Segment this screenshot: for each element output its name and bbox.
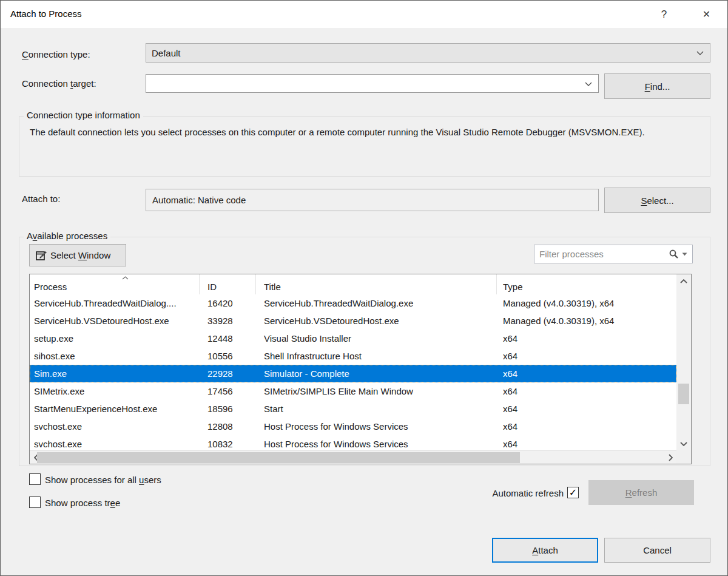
connection-type-information-group: Connection type information The default …	[19, 116, 710, 177]
process-row[interactable]: sihost.exe10556Shell Infrastructure Host…	[30, 347, 676, 365]
column-header-type[interactable]: Type	[497, 274, 676, 294]
cancel-button[interactable]: Cancel	[604, 538, 710, 563]
process-cell-title: SIMetrix/SIMPLIS Elite Main Window	[256, 382, 497, 400]
show-all-users-label: Show processes for all users	[45, 475, 161, 485]
process-cell-process: sihost.exe	[30, 347, 200, 365]
chevron-down-icon	[696, 51, 704, 55]
connection-type-value: Default	[152, 48, 181, 58]
find-button[interactable]: Find...	[604, 73, 710, 99]
connection-type-information-title: Connection type information	[24, 110, 143, 120]
attach-to-value: Automatic: Native code	[152, 195, 246, 205]
process-cell-title: ServiceHub.ThreadedWaitDialog.exe	[256, 294, 497, 312]
process-cell-title: Host Process for Windows Services	[256, 418, 497, 435]
close-button[interactable]: ✕	[693, 1, 720, 28]
attach-to-process-dialog: Attach to Process ? ✕ Connection type: D…	[0, 0, 728, 576]
automatic-refresh-label: Automatic refresh	[450, 488, 564, 498]
attach-to-label: Attach to:	[22, 194, 60, 204]
vertical-scrollbar-thumb[interactable]	[678, 384, 689, 404]
scrollbar-corner	[676, 450, 691, 464]
select-window-button[interactable]: Select Window	[29, 244, 126, 266]
show-process-tree-label: Show process tree	[45, 498, 120, 508]
column-header-id[interactable]: ID	[200, 274, 256, 294]
process-list-header: Process ID Title Type	[30, 274, 676, 294]
scroll-down-icon[interactable]	[676, 437, 691, 450]
chevron-down-icon	[585, 82, 592, 86]
horizontal-scrollbar[interactable]	[30, 450, 676, 464]
process-cell-id: 33928	[200, 312, 256, 330]
automatic-refresh-checkbox[interactable]: ✓	[567, 487, 579, 498]
scroll-right-icon[interactable]	[664, 451, 676, 464]
process-cell-type: Managed (v4.0.30319), x64	[497, 294, 676, 312]
process-cell-type: x64	[497, 365, 676, 382]
process-cell-process: svchost.exe	[30, 418, 200, 435]
process-row[interactable]: setup.exe12448Visual Studio Installerx64	[30, 330, 676, 347]
process-table-body: ServiceHub.ThreadedWaitDialog....16420Se…	[30, 294, 676, 453]
process-row[interactable]: ServiceHub.VSDetouredHost.exe33928Servic…	[30, 312, 676, 330]
process-cell-title: Start	[256, 400, 497, 418]
process-cell-title: Visual Studio Installer	[256, 330, 497, 347]
connection-target-label: Connection target:	[22, 78, 96, 89]
attach-button[interactable]: Attach	[492, 538, 598, 563]
process-cell-id: 12448	[200, 330, 256, 347]
show-process-tree-checkbox[interactable]	[29, 496, 41, 508]
column-header-process[interactable]: Process	[30, 274, 200, 294]
process-cell-process: StartMenuExperienceHost.exe	[30, 400, 200, 418]
process-row[interactable]: StartMenuExperienceHost.exe18596Startx64	[30, 400, 676, 418]
attach-to-field[interactable]: Automatic: Native code	[146, 189, 599, 211]
show-all-users-checkbox[interactable]	[29, 473, 41, 485]
process-cell-process: Sim.exe	[30, 365, 200, 382]
titlebar: Attach to Process ? ✕	[1, 1, 727, 28]
refresh-button[interactable]: Refresh	[588, 480, 694, 505]
process-cell-type: x64	[497, 418, 676, 435]
connection-type-information-text: The default connection lets you select p…	[30, 124, 691, 141]
process-row[interactable]: svchost.exe12808Host Process for Windows…	[30, 418, 676, 435]
process-cell-title: ServiceHub.VSDetouredHost.exe	[256, 312, 497, 330]
connection-type-dropdown[interactable]: Default	[146, 43, 710, 63]
available-processes-group: Available processes Select Window	[19, 237, 710, 466]
search-options-dropdown-icon[interactable]	[682, 252, 687, 256]
select-button[interactable]: Select...	[604, 188, 710, 213]
process-list: Process ID Title Type ServiceHub.Threade…	[29, 274, 692, 464]
checkmark-icon: ✓	[569, 488, 577, 498]
process-cell-title: Simulator - Complete	[256, 365, 497, 382]
column-header-title[interactable]: Title	[256, 274, 497, 294]
process-cell-id: 22928	[200, 365, 256, 382]
process-row[interactable]: ServiceHub.ThreadedWaitDialog....16420Se…	[30, 294, 676, 312]
process-cell-type: Managed (v4.0.30319), x64	[497, 312, 676, 330]
process-cell-type: x64	[497, 330, 676, 347]
filter-processes-searchbox	[534, 245, 693, 263]
process-cell-process: ServiceHub.ThreadedWaitDialog....	[30, 294, 200, 312]
sort-ascending-icon	[122, 276, 129, 280]
process-cell-process: setup.exe	[30, 330, 200, 347]
search-icon[interactable]	[669, 249, 679, 259]
process-row[interactable]: Sim.exe22928Simulator - Completex64	[30, 365, 676, 382]
process-cell-process: ServiceHub.VSDetouredHost.exe	[30, 312, 200, 330]
connection-target-combobox[interactable]	[146, 74, 599, 93]
process-cell-type: x64	[497, 400, 676, 418]
connection-type-label: Connection type:	[22, 49, 90, 59]
process-row[interactable]: SIMetrix.exe17456SIMetrix/SIMPLIS Elite …	[30, 382, 676, 400]
available-processes-title: Available processes	[24, 231, 110, 241]
horizontal-scrollbar-thumb[interactable]	[37, 452, 520, 463]
process-cell-title: Shell Infrastructure Host	[256, 347, 497, 365]
process-cell-id: 18596	[200, 400, 256, 418]
process-cell-process: SIMetrix.exe	[30, 382, 200, 400]
window-title: Attach to Process	[10, 8, 82, 19]
process-cell-type: x64	[497, 382, 676, 400]
process-cell-id: 16420	[200, 294, 256, 312]
process-cell-id: 12808	[200, 418, 256, 435]
select-window-icon	[35, 249, 48, 262]
scroll-up-icon[interactable]	[676, 274, 691, 288]
process-cell-id: 10556	[200, 347, 256, 365]
process-cell-type: x64	[497, 347, 676, 365]
vertical-scrollbar[interactable]	[676, 274, 691, 450]
filter-processes-input[interactable]	[534, 249, 669, 259]
help-button[interactable]: ?	[650, 1, 678, 28]
process-cell-id: 17456	[200, 382, 256, 400]
